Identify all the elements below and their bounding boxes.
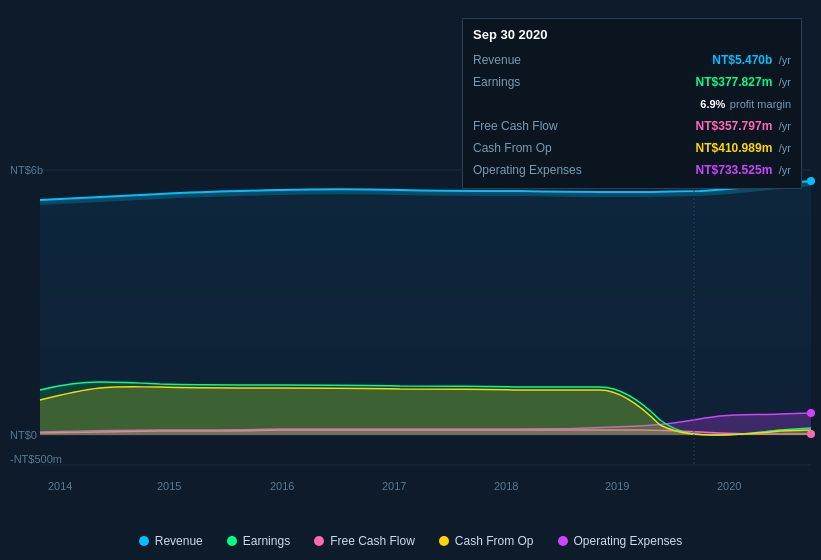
- chart-container: NT$6b NT$0 -NT$500m 2014 2015 2016 2017 …: [0, 0, 821, 560]
- legend-freecash[interactable]: Free Cash Flow: [314, 534, 415, 548]
- svg-text:NT$0: NT$0: [10, 429, 37, 441]
- tooltip-margin-label: profit margin: [730, 98, 791, 110]
- legend-label-freecash: Free Cash Flow: [330, 534, 415, 548]
- tooltip-freecash-unit: /yr: [779, 120, 791, 132]
- legend-dot-freecash: [314, 536, 324, 546]
- tooltip-revenue-row: Revenue NT$5.470b /yr: [473, 48, 791, 70]
- tooltip-opex-value: NT$733.525m: [696, 163, 773, 177]
- chart-legend: Revenue Earnings Free Cash Flow Cash Fro…: [0, 534, 821, 548]
- tooltip-earnings-value: NT$377.827m: [696, 75, 773, 89]
- legend-cashfromop[interactable]: Cash From Op: [439, 534, 534, 548]
- svg-text:-NT$500m: -NT$500m: [10, 453, 62, 465]
- legend-dot-earnings: [227, 536, 237, 546]
- legend-label-cashfromop: Cash From Op: [455, 534, 534, 548]
- svg-point-5: [807, 177, 815, 185]
- legend-dot-cashfromop: [439, 536, 449, 546]
- legend-revenue[interactable]: Revenue: [139, 534, 203, 548]
- tooltip-card: Sep 30 2020 Revenue NT$5.470b /yr Earnin…: [462, 18, 802, 189]
- tooltip-date: Sep 30 2020: [473, 27, 791, 42]
- legend-label-earnings: Earnings: [243, 534, 290, 548]
- legend-dot-revenue: [139, 536, 149, 546]
- svg-text:2020: 2020: [717, 480, 741, 492]
- svg-text:2014: 2014: [48, 480, 72, 492]
- legend-earnings[interactable]: Earnings: [227, 534, 290, 548]
- svg-text:2017: 2017: [382, 480, 406, 492]
- tooltip-opex-unit: /yr: [779, 164, 791, 176]
- svg-text:NT$6b: NT$6b: [10, 164, 43, 176]
- tooltip-opex-label: Operating Expenses: [473, 163, 593, 177]
- tooltip-freecash-row: Free Cash Flow NT$357.797m /yr: [473, 114, 791, 136]
- tooltip-freecash-label: Free Cash Flow: [473, 119, 593, 133]
- svg-point-7: [807, 430, 815, 438]
- svg-point-6: [807, 409, 815, 417]
- tooltip-freecash-value: NT$357.797m: [696, 119, 773, 133]
- legend-label-revenue: Revenue: [155, 534, 203, 548]
- svg-text:2018: 2018: [494, 480, 518, 492]
- tooltip-margin-row: 6.9% profit margin: [473, 92, 791, 114]
- tooltip-earnings-unit: /yr: [779, 76, 791, 88]
- tooltip-cashfromop-row: Cash From Op NT$410.989m /yr: [473, 136, 791, 158]
- tooltip-opex-row: Operating Expenses NT$733.525m /yr: [473, 158, 791, 180]
- legend-opex[interactable]: Operating Expenses: [558, 534, 683, 548]
- tooltip-earnings-label: Earnings: [473, 75, 593, 89]
- tooltip-revenue-label: Revenue: [473, 53, 593, 67]
- legend-dot-opex: [558, 536, 568, 546]
- tooltip-earnings-row: Earnings NT$377.827m /yr: [473, 70, 791, 92]
- svg-text:2016: 2016: [270, 480, 294, 492]
- tooltip-margin-value: 6.9%: [700, 98, 725, 110]
- tooltip-revenue-value: NT$5.470b: [712, 53, 772, 67]
- tooltip-cashfromop-label: Cash From Op: [473, 141, 593, 155]
- tooltip-cashfromop-unit: /yr: [779, 142, 791, 154]
- svg-text:2019: 2019: [605, 480, 629, 492]
- legend-label-opex: Operating Expenses: [574, 534, 683, 548]
- svg-text:2015: 2015: [157, 480, 181, 492]
- tooltip-revenue-unit: /yr: [779, 54, 791, 66]
- tooltip-cashfromop-value: NT$410.989m: [696, 141, 773, 155]
